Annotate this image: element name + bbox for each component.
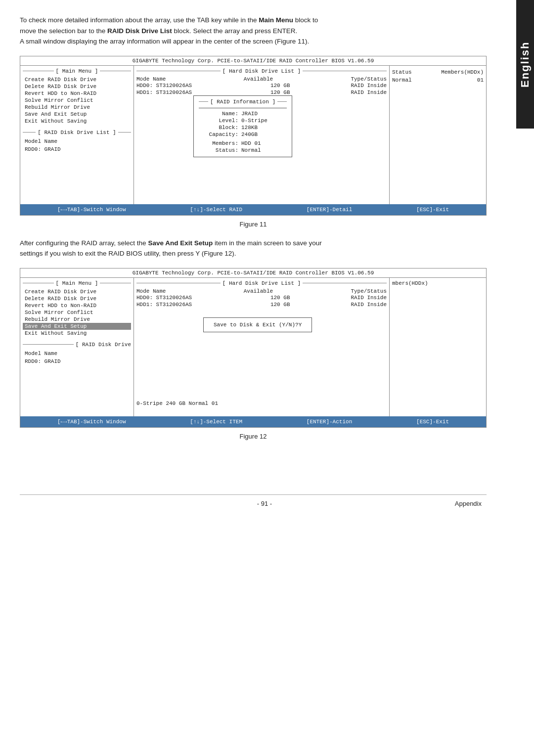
- hdd2-0-type: RAID Inside: [347, 295, 387, 301]
- right-members-val: 01: [477, 77, 484, 83]
- bottom-bar-1: [←→TAB]-Switch Window [↑↓]-Select RAID […: [20, 204, 486, 215]
- raid-info-level-value: 0-Stripe: [238, 118, 267, 124]
- left-panel-2: [ Main Menu ] Create RAID Disk Drive Del…: [20, 278, 134, 416]
- header-line-left: [23, 71, 54, 71]
- hdd2-1-type: RAID Inside: [347, 302, 387, 308]
- raid-info-members: Members: HDD 01: [199, 140, 287, 147]
- raid-header-line-left: [23, 132, 36, 133]
- raid-info-block-value: 128KB: [238, 125, 258, 131]
- menu2-item-create: Create RAID Disk Drive: [23, 288, 131, 295]
- menu2-item-revert: Revert HDD to Non-RAID: [23, 302, 131, 309]
- center-panel-1: [ Hard Disk Drive List ] Mode Name Avail…: [134, 66, 390, 204]
- center-header-line-right: [303, 71, 387, 71]
- right2-col-members: mbers(HDDx): [392, 280, 428, 286]
- popup-line-left: [199, 101, 208, 102]
- menu2-item-rebuild: Rebuild Mirror Drive: [23, 316, 131, 323]
- raid-info-name-label: Name:: [199, 111, 238, 117]
- center-header-line-left: [136, 71, 221, 71]
- hdd2-1-size: 120 GB: [268, 302, 290, 308]
- bios-title-bar-1: GIGABYTE Technology Corp. PCIE-to-SATAII…: [20, 56, 486, 66]
- raid-header-line-right: [118, 132, 131, 133]
- header2-line-left: [23, 283, 54, 283]
- right-data-row: Normal 01: [392, 76, 484, 84]
- raid-info-popup: [ RAID Information ] Name: JRAID Level: …: [193, 95, 292, 157]
- save-dialog-text: Save to Disk & Exit (Y/N)?Y: [214, 322, 302, 328]
- hdd2-1-name: HDD1: ST3120026AS: [136, 302, 211, 308]
- col-mode-name: Mode Name: [136, 76, 166, 82]
- hdd2-row-1: HDD1: ST3120026AS 120 GB RAID Inside: [136, 301, 387, 308]
- menu-item-exit: Exit Without Saving: [23, 118, 131, 125]
- popup-line-right: [277, 101, 287, 102]
- hard-disk-label-2: [ Hard Disk Drive List ]: [222, 280, 301, 286]
- raid-info-capacity: Capacity: 240GB: [199, 131, 287, 138]
- col2-mode-name: Mode Name: [136, 288, 166, 294]
- menu2-item-save-selected: Save And Exit Setup: [23, 323, 131, 330]
- bottom-bar-2-item1: [↑↓]-Select ITEM: [190, 419, 242, 425]
- raid2-disk-row: RDD0: GRAID: [23, 357, 131, 365]
- header-line-right: [100, 71, 131, 71]
- menu2-item-solve: Solve Mirror Conflict: [23, 309, 131, 316]
- raid-disk-label-2: [ RAID Disk Drive: [76, 342, 131, 348]
- right-panel-2: mbers(HDDx): [390, 278, 486, 416]
- mid-text-part1: After configuring the RAID array, select…: [20, 239, 148, 247]
- raid-disk-label: [ RAID Disk Drive List ]: [38, 130, 116, 135]
- bottom-bar-2: [←→TAB]-Switch Window [↑↓]-Select ITEM […: [20, 416, 486, 427]
- menu-item-solve: Solve Mirror Conflict: [23, 97, 131, 104]
- hdd-row-1: HDD1: ST3120026AS 120 GB RAID Inside: [136, 89, 387, 96]
- header2-line-right: [100, 283, 131, 283]
- intro-bold2: RAID Disk Drive List: [107, 27, 172, 35]
- raid-info-status: Status: Normal: [199, 147, 287, 154]
- raid-info-block-label: Block:: [199, 125, 238, 131]
- center-panel-2: [ Hard Disk Drive List ] Mode Name Avail…: [134, 278, 390, 416]
- center-panel-header-2: [ Hard Disk Drive List ]: [136, 280, 387, 286]
- hdd2-row-0: HDD0: ST3120026AS 120 GB RAID Inside: [136, 294, 387, 301]
- raid-disk-section-1: [ RAID Disk Drive List ] Model Name RDD0…: [23, 130, 131, 153]
- raid-info-status-value: Normal: [238, 147, 261, 153]
- hdd2-0-size: 120 GB: [268, 295, 290, 301]
- raid-info-capacity-value: 240GB: [238, 132, 258, 137]
- raid-info-level: Level: 0-Stripe: [199, 117, 287, 124]
- raid2-disk-name: RDD0: GRAID: [25, 358, 61, 364]
- raid-info-block: Block: 128KB: [199, 124, 287, 131]
- col-type-status: Type/Status: [351, 76, 387, 82]
- left-panel-header-1: [ Main Menu ]: [23, 68, 131, 74]
- right2-col-headers: mbers(HDDx): [392, 280, 484, 286]
- figure12-bios-screenshot: GIGABYTE Technology Corp. PCIE-to-SATAII…: [20, 268, 487, 428]
- raid-info-header-line: [ RAID Information ]: [199, 99, 287, 105]
- hdd2-col-headers: Mode Name Available Type/Status: [136, 288, 387, 294]
- hdd2-0-name: HDD0: ST3120026AS: [136, 295, 211, 301]
- menu-item-revert: Revert HDD to Non-RAID: [23, 90, 131, 97]
- bios-body-2: [ Main Menu ] Create RAID Disk Drive Del…: [20, 278, 486, 416]
- raid-info-popup-header: [ RAID Information ]: [199, 99, 287, 108]
- raid-info-name: Name: JRAID: [199, 110, 287, 117]
- english-tab: English: [516, 0, 534, 129]
- raid-info-name-value: JRAID: [238, 111, 258, 117]
- intro-text-part2: block to: [293, 16, 318, 24]
- intro-paragraph: To check more detailed information about…: [20, 15, 487, 47]
- hard-disk-label: [ Hard Disk Drive List ]: [222, 68, 301, 74]
- bios-body-1: [ Main Menu ] Create RAID Disk Drive Del…: [20, 66, 486, 204]
- hdd1-name: HDD1: ST3120026AS: [136, 89, 211, 95]
- bios-title-bar-2: GIGABYTE Technology Corp. PCIE-to-SATAII…: [20, 268, 486, 278]
- mid-paragraph: After configuring the RAID array, select…: [20, 238, 487, 259]
- raid-info-members-value: HDD 01: [238, 140, 261, 146]
- partial-row: 0-Stripe 240 GB Normal 01: [136, 400, 218, 406]
- mid-bold: Save And Exit Setup: [148, 239, 213, 247]
- hdd1-type: RAID Inside: [347, 89, 387, 95]
- intro-text-line2a: move the selection bar to the: [20, 27, 107, 35]
- main-menu-label-2: [ Main Menu ]: [56, 280, 98, 286]
- menu-item-create: Create RAID Disk Drive: [23, 76, 131, 83]
- mid-text-line2: settings if you wish to exit the RAID BI…: [20, 250, 236, 257]
- raid-disk-header-2: [ RAID Disk Drive: [23, 342, 131, 348]
- right-status-val: Normal: [392, 77, 412, 83]
- bottom-bar-1-item0: [←→TAB]-Switch Window: [57, 207, 126, 213]
- footer-row: - 91 - Appendix: [20, 500, 487, 507]
- center2-header-line-right: [303, 283, 387, 283]
- raid-disk-section-2: [ RAID Disk Drive Model Name RDD0: GRAID: [23, 342, 131, 365]
- hdd0-type: RAID Inside: [347, 83, 387, 89]
- right-panel-1: Status Members(HDDx) Normal 01: [390, 66, 486, 204]
- right-col-available: Status: [392, 69, 412, 75]
- menu2-item-delete: Delete RAID Disk Drive: [23, 295, 131, 302]
- right-col-members: Members(HDDx): [441, 69, 484, 75]
- main-menu-label: [ Main Menu ]: [56, 68, 98, 74]
